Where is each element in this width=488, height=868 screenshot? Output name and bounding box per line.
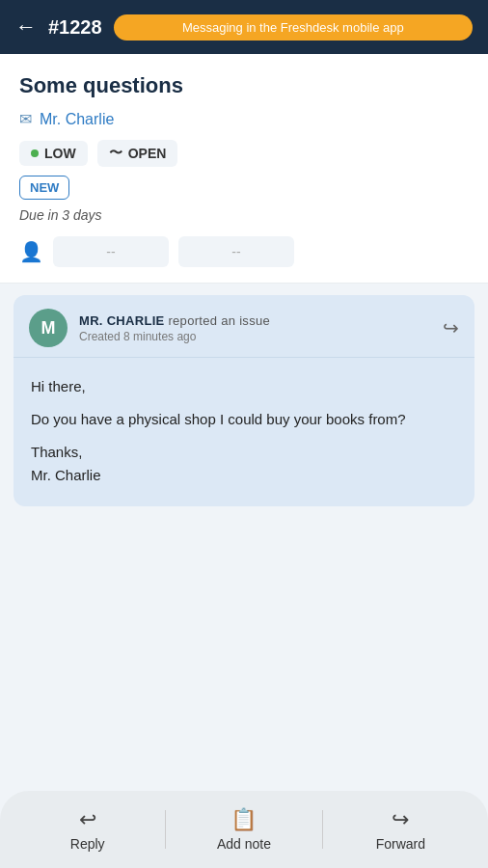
thread-area: M MR. CHARLIE reported an issue Created …: [0, 284, 488, 518]
due-date: Due in 3 days: [19, 207, 469, 223]
note-label: Add note: [217, 836, 271, 852]
message-card: M MR. CHARLIE reported an issue Created …: [14, 295, 474, 506]
priority-dot: [31, 149, 39, 157]
message-header-left: M MR. CHARLIE reported an issue Created …: [29, 309, 270, 347]
body-line-3: Thanks, Mr. Charlie: [31, 441, 457, 487]
message-time: Created 8 minutes ago: [79, 330, 270, 343]
contact-row: ✉ Mr. Charlie: [19, 110, 469, 128]
ticket-card: Some questions ✉ Mr. Charlie LOW 〜 OPEN …: [0, 54, 488, 284]
message-meta: MR. CHARLIE reported an issue Created 8 …: [79, 313, 270, 343]
avatar: M: [29, 309, 68, 347]
status-icon: 〜: [109, 145, 122, 162]
app-header: ← #1228 Messaging in the Freshdesk mobil…: [0, 0, 488, 54]
forward-label: Forward: [376, 836, 425, 852]
status-label: OPEN: [128, 146, 167, 161]
ticket-badges: LOW 〜 OPEN: [19, 140, 469, 167]
assignee-field-2[interactable]: --: [178, 236, 294, 267]
forward-button[interactable]: ↪ Forward: [323, 800, 478, 859]
bottom-action-bar: ↩ Reply 📋 Add note ↪ Forward: [0, 791, 488, 868]
message-body: Hi there, Do you have a physical shop I …: [14, 358, 474, 506]
status-badge[interactable]: 〜 OPEN: [97, 140, 178, 167]
reply-label: Reply: [70, 836, 105, 852]
email-icon: ✉: [19, 110, 32, 128]
add-note-button[interactable]: 📋 Add note: [166, 800, 321, 859]
reply-button[interactable]: ↩ Reply: [10, 800, 165, 859]
header-banner: Messaging in the Freshdesk mobile app: [114, 14, 473, 41]
body-line-1: Hi there,: [31, 375, 457, 398]
forward-action-icon: ↪: [392, 807, 409, 832]
note-icon: 📋: [230, 807, 257, 832]
ticket-id: #1228: [48, 16, 102, 39]
reply-icon: ↩: [79, 807, 96, 832]
assignee-row: 👤 -- --: [19, 236, 469, 267]
ticket-title: Some questions: [19, 73, 469, 98]
assignee-icon: 👤: [19, 240, 43, 263]
contact-name[interactable]: Mr. Charlie: [40, 111, 114, 128]
priority-badge[interactable]: LOW: [19, 141, 88, 166]
body-line-2: Do you have a physical shop I could buy …: [31, 408, 457, 431]
forward-icon[interactable]: ↪: [443, 316, 459, 339]
message-header: M MR. CHARLIE reported an issue Created …: [14, 295, 474, 358]
new-badge: NEW: [19, 176, 69, 200]
priority-label: LOW: [44, 146, 76, 161]
back-button[interactable]: ←: [15, 16, 37, 38]
message-sender: MR. CHARLIE reported an issue: [79, 313, 270, 328]
assignee-field-1[interactable]: --: [53, 236, 169, 267]
